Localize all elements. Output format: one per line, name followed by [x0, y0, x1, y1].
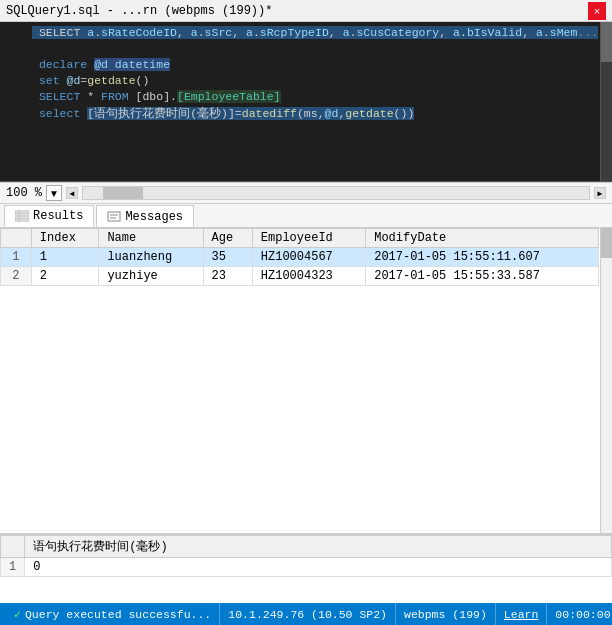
col-name: Name [99, 229, 203, 248]
col-modifydate: ModifyDate [366, 229, 599, 248]
code-text: set @d=getdate() [32, 74, 149, 87]
results-vscroll[interactable] [600, 228, 612, 533]
cell-age: 35 [203, 248, 252, 267]
cell-employeeid: HZ10004323 [252, 267, 365, 286]
cell-name: luanzheng [99, 248, 203, 267]
table-row[interactable]: 2 2 yuzhiye 23 HZ10004323 2017-01-05 15:… [1, 267, 599, 286]
cell-employeeid: HZ10004567 [252, 248, 365, 267]
results-icon [15, 210, 29, 222]
scroll-left-btn[interactable]: ◀ [66, 187, 78, 199]
results-table: Index Name Age EmployeeId ModifyDate 1 1… [0, 228, 599, 286]
zoom-bar: 100 % ▼ ◀ ▶ [0, 182, 612, 204]
code-text: SELECT a.sRateCodeID, a.sSrc, a.sRcpType… [32, 26, 598, 39]
results-tabs: Results Messages [0, 204, 612, 228]
results-vscroll-thumb [601, 228, 612, 258]
messages-icon [107, 211, 121, 223]
row-num-cell: 2 [1, 267, 32, 286]
zoom-scroll-track[interactable] [82, 186, 590, 200]
code-text [32, 42, 39, 55]
code-text: declare @d datetime [32, 58, 170, 71]
status-query: ✓ Query executed successfu... [6, 603, 220, 625]
title-bar: SQLQuery1.sql - ...rn (webpms (199))* × [0, 0, 612, 22]
row-num-cell: 1 [1, 248, 32, 267]
second-table: 语句执行花费时间(毫秒) 1 0 [0, 535, 612, 577]
code-text: SELECT * FROM [dbo].[EmployeeTable] [32, 90, 281, 103]
zoom-level: 100 % [6, 186, 42, 200]
status-query-text: Query executed successfu... [25, 608, 211, 621]
results-table-container[interactable]: Index Name Age EmployeeId ModifyDate 1 1… [0, 228, 612, 533]
tab-results[interactable]: Results [4, 205, 94, 227]
cell-age: 23 [203, 267, 252, 286]
second-row-num-cell: 1 [1, 558, 25, 577]
title-bar-text: SQLQuery1.sql - ...rn (webpms (199))* [6, 4, 588, 18]
second-table-area: 语句执行花费时间(毫秒) 1 0 [0, 533, 612, 603]
code-scroll-area[interactable]: SELECT a.sRateCodeID, a.sSrc, a.sRcpType… [0, 22, 612, 181]
col-age: Age [203, 229, 252, 248]
status-time: 00:00:00 [547, 603, 612, 625]
col-index: Index [31, 229, 99, 248]
scroll-right-btn[interactable]: ▶ [594, 187, 606, 199]
code-line: set @d=getdate() [0, 74, 612, 90]
col-row-num [1, 229, 32, 248]
table-header-row: Index Name Age EmployeeId ModifyDate [1, 229, 599, 248]
status-bar: ✓ Query executed successfu... 10.1.249.7… [0, 603, 612, 625]
second-cell-value: 0 [25, 558, 612, 577]
status-server: 10.1.249.76 (10.50 SP2) [220, 603, 396, 625]
cell-modifydate: 2017-01-05 15:55:33.587 [366, 267, 599, 286]
code-line: SELECT a.sRateCodeID, a.sSrc, a.sRcpType… [0, 26, 612, 42]
cell-modifydate: 2017-01-05 15:55:11.607 [366, 248, 599, 267]
code-text: select [语句执行花费时间(毫秒)]=datediff(ms,@d,get… [32, 106, 414, 121]
close-button[interactable]: × [588, 2, 606, 20]
code-editor[interactable]: SELECT a.sRateCodeID, a.sSrc, a.sRcpType… [0, 22, 612, 182]
cell-index: 2 [31, 267, 99, 286]
status-learn[interactable]: Learn [496, 603, 548, 625]
code-line [0, 42, 612, 58]
zoom-scroll-thumb [103, 187, 143, 199]
svg-rect-5 [108, 212, 120, 221]
editor-vscroll-thumb [601, 22, 612, 62]
results-area: Index Name Age EmployeeId ModifyDate 1 1… [0, 228, 612, 533]
table-row[interactable]: 1 1 luanzheng 35 HZ10004567 2017-01-05 1… [1, 248, 599, 267]
tab-messages-label: Messages [125, 210, 183, 224]
status-database: webpms (199) [396, 603, 496, 625]
second-col-row-num [1, 536, 25, 558]
cell-index: 1 [31, 248, 99, 267]
tab-messages[interactable]: Messages [96, 205, 194, 227]
zoom-dropdown-btn[interactable]: ▼ [46, 185, 62, 201]
code-line: declare @d datetime [0, 58, 612, 74]
check-icon: ✓ [14, 607, 21, 621]
second-table-header-row: 语句执行花费时间(毫秒) [1, 536, 612, 558]
cell-name: yuzhiye [99, 267, 203, 286]
tab-results-label: Results [33, 209, 83, 223]
code-line: SELECT * FROM [dbo].[EmployeeTable] [0, 90, 612, 106]
second-table-row: 1 0 [1, 558, 612, 577]
editor-vscroll[interactable] [600, 22, 612, 181]
code-line: select [语句执行花费时间(毫秒)]=datediff(ms,@d,get… [0, 106, 612, 122]
col-employeeid: EmployeeId [252, 229, 365, 248]
second-col-time: 语句执行花费时间(毫秒) [25, 536, 612, 558]
